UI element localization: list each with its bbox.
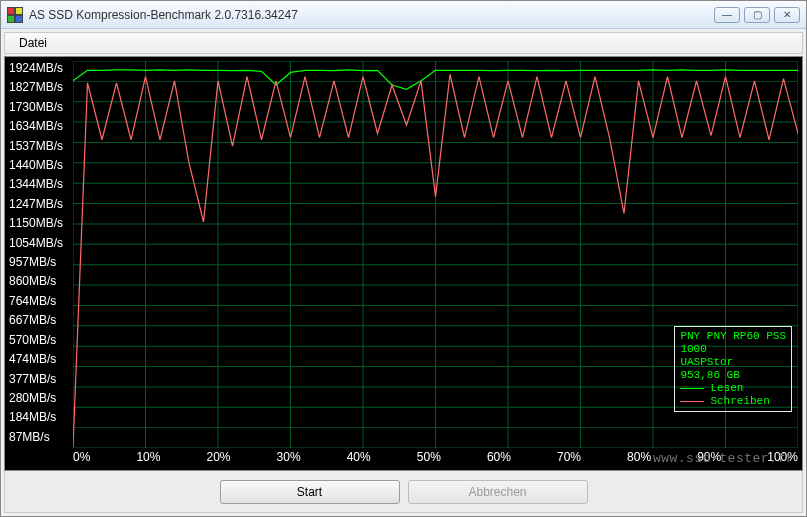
legend-read-row: Lesen bbox=[680, 382, 786, 395]
chart-area: 1924MB/s1827MB/s1730MB/s1634MB/s1537MB/s… bbox=[4, 56, 803, 471]
legend-write-row: Schreiben bbox=[680, 395, 786, 408]
legend-read-swatch bbox=[680, 388, 704, 389]
abort-button: Abbrechen bbox=[408, 480, 588, 504]
legend-read-label: Lesen bbox=[710, 382, 743, 395]
legend-controller: UASPStor bbox=[680, 356, 786, 369]
legend-capacity: 953,86 GB bbox=[680, 369, 786, 382]
minimize-button[interactable]: — bbox=[714, 7, 740, 23]
watermark: www.ssd-tester.fr bbox=[653, 451, 794, 466]
legend-model: 1000 bbox=[680, 343, 786, 356]
menubar: Datei bbox=[4, 32, 803, 54]
legend-write-swatch bbox=[680, 401, 704, 402]
titlebar[interactable]: AS SSD Kompression-Benchmark 2.0.7316.34… bbox=[1, 1, 806, 29]
maximize-button[interactable]: ▢ bbox=[744, 7, 770, 23]
menu-datei[interactable]: Datei bbox=[11, 34, 55, 52]
button-bar: Start Abbrechen bbox=[4, 471, 803, 513]
plot-region: PNY PNY RP60 PSS 1000 UASPStor 953,86 GB… bbox=[73, 61, 798, 448]
y-axis-labels: 1924MB/s1827MB/s1730MB/s1634MB/s1537MB/s… bbox=[5, 57, 73, 448]
app-icon bbox=[7, 7, 23, 23]
start-button[interactable]: Start bbox=[220, 480, 400, 504]
legend-write-label: Schreiben bbox=[710, 395, 769, 408]
window-frame: AS SSD Kompression-Benchmark 2.0.7316.34… bbox=[0, 0, 807, 517]
legend-device: PNY PNY RP60 PSS bbox=[680, 330, 786, 343]
close-button[interactable]: ✕ bbox=[774, 7, 800, 23]
window-title: AS SSD Kompression-Benchmark 2.0.7316.34… bbox=[29, 8, 714, 22]
content-area: Datei 1924MB/s1827MB/s1730MB/s1634MB/s15… bbox=[1, 29, 806, 516]
legend-box: PNY PNY RP60 PSS 1000 UASPStor 953,86 GB… bbox=[674, 326, 792, 412]
